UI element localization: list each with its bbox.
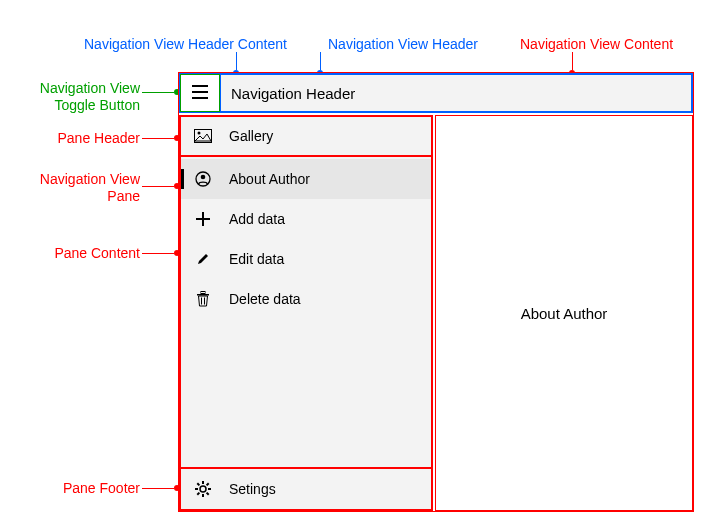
- navigation-view: Navigation Header Gallery: [178, 72, 694, 512]
- navigation-view-pane: Gallery About Author: [179, 115, 433, 511]
- svg-point-4: [198, 132, 201, 135]
- callout-pane: Navigation View Pane: [20, 171, 140, 205]
- image-icon: [191, 129, 215, 143]
- pencil-icon: [191, 252, 215, 266]
- svg-line-19: [207, 493, 209, 495]
- pane-item-add-data[interactable]: Add data: [181, 199, 431, 239]
- navigation-view-header-content: Navigation Header: [220, 74, 692, 112]
- svg-point-13: [200, 486, 206, 492]
- connector: [320, 52, 321, 70]
- connector: [142, 138, 174, 139]
- navigation-view-content: About Author: [435, 115, 693, 511]
- connector: [572, 52, 573, 70]
- svg-rect-0: [192, 85, 208, 87]
- svg-rect-1: [192, 91, 208, 93]
- plus-icon: [191, 212, 215, 226]
- pane-header[interactable]: Gallery: [180, 116, 432, 156]
- pane-item-label: About Author: [229, 171, 310, 187]
- toggle-button[interactable]: [180, 74, 220, 112]
- svg-rect-8: [196, 218, 210, 220]
- connector: [142, 186, 174, 187]
- gear-icon: [191, 481, 215, 497]
- connector: [236, 52, 237, 70]
- pane-item-label: Delete data: [229, 291, 301, 307]
- trash-icon: [191, 291, 215, 307]
- header-title: Navigation Header: [231, 85, 355, 102]
- pane-content: About Author Add data Edit data: [180, 156, 432, 468]
- connector: [142, 488, 174, 489]
- svg-rect-9: [197, 294, 209, 296]
- callout-pane-content: Pane Content: [50, 245, 140, 262]
- callout-header-content: Navigation View Header Content: [84, 36, 287, 53]
- content-text: About Author: [521, 305, 608, 322]
- connector: [142, 253, 174, 254]
- callout-header: Navigation View Header: [328, 36, 478, 53]
- svg-rect-10: [201, 292, 205, 294]
- callout-pane-header: Pane Header: [50, 130, 140, 147]
- svg-line-20: [197, 493, 199, 495]
- pane-item-about-author[interactable]: About Author: [181, 159, 431, 199]
- callout-toggle: Navigation View Toggle Button: [30, 80, 140, 114]
- user-circle-icon: [191, 171, 215, 187]
- svg-point-6: [201, 175, 206, 180]
- navigation-view-header: Navigation Header: [179, 73, 693, 113]
- pane-footer-label: Setings: [229, 481, 276, 497]
- svg-line-21: [207, 483, 209, 485]
- callout-content: Navigation View Content: [520, 36, 673, 53]
- svg-rect-2: [192, 97, 208, 99]
- pane-item-edit-data[interactable]: Edit data: [181, 239, 431, 279]
- pane-item-label: Edit data: [229, 251, 284, 267]
- pane-footer[interactable]: Setings: [180, 468, 432, 510]
- svg-line-18: [197, 483, 199, 485]
- pane-header-label: Gallery: [229, 128, 273, 144]
- pane-item-label: Add data: [229, 211, 285, 227]
- pane-item-delete-data[interactable]: Delete data: [181, 279, 431, 319]
- hamburger-icon: [192, 83, 208, 104]
- callout-pane-footer: Pane Footer: [50, 480, 140, 497]
- connector: [142, 92, 174, 93]
